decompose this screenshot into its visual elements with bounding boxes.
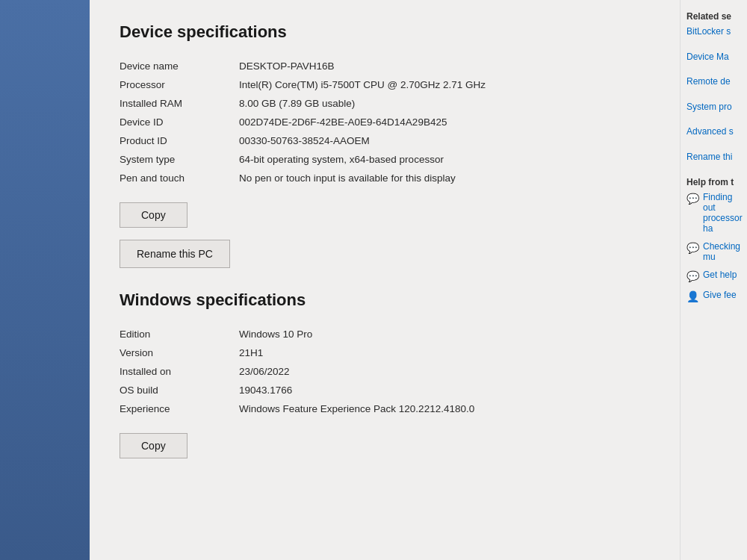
spec-value-edition: Windows 10 Pro: [239, 329, 650, 340]
device-manager-item: Device Ma: [686, 52, 741, 63]
help-title: Help from t: [686, 177, 741, 187]
device-manager-link[interactable]: Device Ma: [686, 52, 741, 63]
windows-specs-table: Edition Windows 10 Pro Version 21H1 Inst…: [120, 325, 650, 418]
spec-row-experience: Experience Windows Feature Experience Pa…: [120, 399, 650, 418]
spec-label-device-id: Device ID: [120, 116, 239, 128]
right-panel: Related se BitLocker s Device Ma Remote …: [680, 0, 747, 560]
rename-pc-button[interactable]: Rename this PC: [120, 240, 230, 268]
spec-row-device-id: Device ID 002D74DE-2D6F-42BE-A0E9-64D14A…: [120, 113, 650, 131]
remote-desktop-item: Remote de: [686, 76, 741, 88]
help-item-give-feedback: 👤 Give fee: [686, 290, 741, 302]
spec-value-device-name: DESKTOP-PAVH16B: [239, 60, 650, 72]
give-feedback-icon: 👤: [686, 290, 699, 302]
spec-label-device-name: Device name: [120, 60, 239, 72]
remote-desktop-link[interactable]: Remote de: [686, 76, 741, 88]
related-settings-section: Related se BitLocker s: [686, 11, 741, 38]
spec-value-device-id: 002D74DE-2D6F-42BE-A0E9-64D14A29B425: [239, 116, 650, 128]
spec-value-system-type: 64-bit operating system, x64-based proce…: [239, 154, 650, 165]
spec-value-installed-on: 23/06/2022: [239, 366, 650, 377]
windows-copy-button[interactable]: Copy: [120, 433, 187, 458]
device-copy-button[interactable]: Copy: [120, 202, 187, 228]
finding-link[interactable]: Finding out processor ha: [703, 192, 743, 234]
main-content: Device specifications Device name DESKTO…: [90, 0, 680, 560]
spec-value-processor: Intel(R) Core(TM) i5-7500T CPU @ 2.70GHz…: [239, 79, 650, 90]
device-specs-title: Device specifications: [120, 22, 650, 42]
spec-row-version: Version 21H1: [120, 343, 650, 362]
spec-row-ram: Installed RAM 8.00 GB (7.89 GB usable): [120, 94, 650, 113]
left-sidebar: [0, 0, 90, 560]
spec-label-pen-touch: Pen and touch: [120, 172, 239, 184]
get-help-icon: 💬: [686, 270, 699, 282]
spec-row-edition: Edition Windows 10 Pro: [120, 325, 650, 343]
related-settings-title: Related se: [686, 11, 741, 22]
spec-value-os-build: 19043.1766: [239, 385, 650, 396]
advanced-system-link[interactable]: Advanced s: [686, 126, 741, 138]
windows-specs-title: Windows specifications: [120, 290, 650, 310]
get-help-link[interactable]: Get help: [703, 270, 737, 280]
spec-row-pen-touch: Pen and touch No pen or touch input is a…: [120, 169, 650, 187]
spec-label-ram: Installed RAM: [120, 98, 239, 109]
help-item-finding: 💬 Finding out processor ha: [686, 192, 741, 234]
spec-row-processor: Processor Intel(R) Core(TM) i5-7500T CPU…: [120, 75, 650, 94]
spec-value-ram: 8.00 GB (7.89 GB usable): [239, 98, 650, 109]
checking-link[interactable]: Checking mu: [703, 241, 741, 262]
spec-row-os-build: OS build 19043.1766: [120, 381, 650, 399]
rename-pc-link[interactable]: Rename thi: [686, 152, 741, 164]
help-item-checking: 💬 Checking mu: [686, 241, 741, 262]
give-feedback-link[interactable]: Give fee: [703, 290, 737, 300]
bitlocker-link[interactable]: BitLocker s: [686, 26, 741, 38]
spec-label-processor: Processor: [120, 79, 239, 90]
spec-value-product-id: 00330-50763-38524-AAOEM: [239, 135, 650, 146]
advanced-system-item: Advanced s: [686, 126, 741, 138]
spec-value-experience: Windows Feature Experience Pack 120.2212…: [239, 403, 650, 414]
spec-row-device-name: Device name DESKTOP-PAVH16B: [120, 57, 650, 75]
device-specs-table: Device name DESKTOP-PAVH16B Processor In…: [120, 57, 650, 187]
spec-label-edition: Edition: [120, 329, 239, 340]
rename-pc-item: Rename thi: [686, 152, 741, 164]
help-item-get-help: 💬 Get help: [686, 270, 741, 282]
spec-label-system-type: System type: [120, 154, 239, 165]
spec-value-pen-touch: No pen or touch input is available for t…: [239, 172, 650, 184]
spec-label-experience: Experience: [120, 403, 239, 414]
system-protection-item: System pro: [686, 102, 741, 113]
spec-row-system-type: System type 64-bit operating system, x64…: [120, 150, 650, 169]
spec-label-os-build: OS build: [120, 385, 239, 396]
checking-icon: 💬: [686, 242, 699, 254]
finding-icon: 💬: [686, 193, 699, 205]
help-section: Help from t 💬 Finding out processor ha 💬…: [686, 177, 741, 302]
spec-label-product-id: Product ID: [120, 135, 239, 146]
spec-label-version: Version: [120, 347, 239, 358]
spec-row-product-id: Product ID 00330-50763-38524-AAOEM: [120, 131, 650, 150]
system-protection-link[interactable]: System pro: [686, 102, 741, 113]
spec-value-version: 21H1: [239, 347, 650, 358]
spec-row-installed-on: Installed on 23/06/2022: [120, 362, 650, 381]
spec-label-installed-on: Installed on: [120, 366, 239, 377]
